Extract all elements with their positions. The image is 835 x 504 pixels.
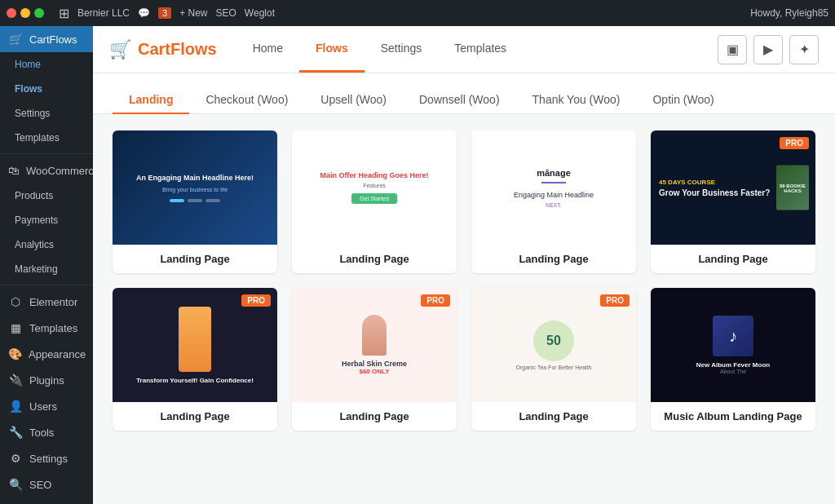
divider-1 bbox=[0, 153, 93, 154]
seo-label[interactable]: SEO bbox=[216, 7, 236, 19]
woo-icon: 🛍 bbox=[8, 164, 20, 177]
sidebar-item-tools[interactable]: 🔧 Tools bbox=[0, 419, 93, 445]
flows-label: Flows bbox=[15, 83, 42, 95]
site-name[interactable]: Bernier LLC bbox=[77, 7, 130, 19]
minimize-btn[interactable] bbox=[20, 8, 30, 18]
logo-icon: 🛒 bbox=[109, 39, 131, 60]
plugins-icon: 🔌 bbox=[8, 374, 23, 387]
comments-icon[interactable]: 💬 bbox=[138, 7, 150, 19]
nav-settings[interactable]: Settings bbox=[364, 26, 439, 73]
nav-templates[interactable]: Templates bbox=[438, 26, 523, 73]
wp-icon[interactable]: ⊞ bbox=[59, 6, 69, 21]
nav-flows[interactable]: Flows bbox=[299, 26, 364, 73]
sidebar-cartflows-label: CartFlows bbox=[29, 33, 77, 46]
template-card-8[interactable]: ♪ New Album Fever Moon About The Music A… bbox=[651, 288, 815, 431]
plugins-label: Plugins bbox=[29, 374, 64, 387]
plugin-nav: Home Flows Settings Templates bbox=[236, 26, 718, 73]
maximize-btn[interactable] bbox=[34, 8, 44, 18]
template-label-3: Landing Page bbox=[471, 245, 636, 273]
template-card-1[interactable]: An Engaging Main Headline Here! Bring yo… bbox=[113, 130, 277, 273]
template-label-4: Landing Page bbox=[651, 245, 815, 273]
header-icon-3[interactable]: ✦ bbox=[789, 35, 819, 64]
template-label-2: Landing Page bbox=[292, 245, 457, 273]
tab-thankyou[interactable]: Thank You (Woo) bbox=[516, 86, 637, 114]
sidebar-item-plugins[interactable]: 🔌 Plugins bbox=[0, 367, 93, 393]
template-card-7[interactable]: PRO 50 Organic Tea For Better Health Lan… bbox=[471, 288, 636, 431]
sidebar-item-settings2[interactable]: ⚙ Settings bbox=[0, 445, 93, 471]
template-grid-container: An Engaging Main Headline Here! Bring yo… bbox=[93, 114, 835, 504]
pro-badge-5: PRO bbox=[241, 294, 271, 307]
pro-badge-6: PRO bbox=[421, 294, 450, 307]
template-card-6[interactable]: PRO Herbal Skin Creme $60 ONLY Landing P… bbox=[292, 288, 457, 431]
seo-icon: 🔍 bbox=[8, 478, 23, 491]
header-icon-2[interactable]: ▶ bbox=[753, 35, 783, 64]
template-card-5[interactable]: PRO Transform Yourself! Gain Confidence!… bbox=[113, 288, 277, 431]
sidebar-item-elementor[interactable]: ⬡ Elementor bbox=[0, 289, 93, 315]
products-label: Products bbox=[15, 190, 53, 201]
tab-upsell[interactable]: Upsell (Woo) bbox=[304, 86, 403, 114]
template-label-6: Landing Page bbox=[292, 402, 457, 431]
template-preview-2: Main Offer Heading Goes Here! Features G… bbox=[292, 130, 457, 245]
tab-landing[interactable]: Landing bbox=[113, 86, 189, 114]
template-label-8: Music Album Landing Page bbox=[651, 402, 815, 431]
close-btn[interactable] bbox=[7, 8, 16, 18]
logo-text: CartFlows bbox=[138, 40, 217, 59]
tab-optin[interactable]: Optin (Woo) bbox=[636, 86, 730, 114]
analytics-label: Analytics bbox=[15, 239, 54, 250]
template-label-1: Landing Page bbox=[113, 245, 277, 273]
sidebar-item-analytics[interactable]: Analytics bbox=[0, 232, 93, 257]
template-card-4[interactable]: PRO 45 DAYS COURSE Grow Your Business Fa… bbox=[651, 130, 815, 273]
app-wrapper: 🛒 CartFlows Home Flows Settings Template… bbox=[0, 26, 835, 504]
sidebar-item-home[interactable]: Home bbox=[0, 52, 93, 77]
pro-badge-7: PRO bbox=[600, 294, 630, 307]
admin-bar: ⊞ Bernier LLC 💬 3 + New SEO Weglot Howdy… bbox=[0, 0, 835, 26]
template-preview-8: ♪ New Album Fever Moon About The bbox=[651, 288, 815, 402]
templates2-label: Templates bbox=[29, 322, 77, 334]
user-greeting: Howdy, Ryleigh85 bbox=[750, 7, 828, 19]
new-button[interactable]: + New bbox=[179, 7, 207, 19]
payments-label: Payments bbox=[15, 214, 58, 226]
window-controls bbox=[7, 8, 44, 18]
sidebar-item-users[interactable]: 👤 Users bbox=[0, 393, 93, 419]
woo-label: WooCommerce bbox=[26, 165, 93, 177]
template-card-3[interactable]: mānage Engaging Main Headline NEXT. Land… bbox=[471, 130, 636, 273]
comments-badge[interactable]: 3 bbox=[158, 7, 171, 19]
users-label: Users bbox=[29, 400, 57, 413]
appearance-icon: 🎨 bbox=[8, 347, 22, 360]
sidebar-item-cartflows[interactable]: 🛒 CartFlows bbox=[0, 26, 93, 52]
template-label-5: Landing Page bbox=[113, 402, 277, 431]
marketing-label: Marketing bbox=[15, 263, 58, 275]
nav-home[interactable]: Home bbox=[236, 26, 299, 73]
weglot-label[interactable]: Weglot bbox=[245, 7, 275, 19]
sidebar-item-flows[interactable]: Flows bbox=[0, 77, 93, 101]
template-card-2[interactable]: Main Offer Heading Goes Here! Features G… bbox=[292, 130, 457, 273]
template-grid: An Engaging Main Headline Here! Bring yo… bbox=[113, 130, 815, 431]
sidebar-item-seo[interactable]: 🔍 SEO bbox=[0, 471, 93, 497]
sidebar-item-payments[interactable]: Payments bbox=[0, 208, 93, 232]
sidebar-item-settings[interactable]: Settings bbox=[0, 101, 93, 126]
template-label-7: Landing Page bbox=[471, 402, 636, 431]
cartflows-icon: 🛒 bbox=[8, 33, 23, 46]
template-preview-3: mānage Engaging Main Headline NEXT. bbox=[471, 130, 636, 245]
sidebar-item-appearance[interactable]: 🎨 Appearance bbox=[0, 341, 93, 367]
sidebar-item-weglot[interactable]: 🌐 Weglot bbox=[0, 497, 93, 504]
template-preview-1: An Engaging Main Headline Here! Bring yo… bbox=[113, 130, 277, 245]
sidebar-item-templates2[interactable]: ▦ Templates bbox=[0, 315, 93, 341]
sidebar-item-products[interactable]: Products bbox=[0, 183, 93, 208]
tools-label: Tools bbox=[29, 427, 54, 439]
settings2-label: Settings bbox=[29, 453, 68, 465]
plugin-header: 🛒 CartFlows Home Flows Settings Template… bbox=[93, 26, 835, 73]
templates-label: Templates bbox=[15, 132, 60, 144]
header-icon-1[interactable]: ▣ bbox=[718, 35, 747, 64]
sidebar-item-templates[interactable]: Templates bbox=[0, 126, 93, 150]
tools-icon: 🔧 bbox=[8, 426, 23, 439]
pro-badge-4: PRO bbox=[780, 137, 809, 149]
sidebar-item-marketing[interactable]: Marketing bbox=[0, 257, 93, 281]
tab-downsell[interactable]: Downsell (Woo) bbox=[403, 86, 516, 114]
seo-sidebar-label: SEO bbox=[29, 479, 51, 491]
divider-2 bbox=[0, 285, 93, 285]
sidebar: 🛒 CartFlows Home Flows Settings Template… bbox=[0, 26, 93, 504]
settings2-icon: ⚙ bbox=[8, 452, 23, 465]
tab-checkout[interactable]: Checkout (Woo) bbox=[189, 86, 304, 114]
sidebar-item-woocommerce[interactable]: 🛍 WooCommerce bbox=[0, 157, 93, 183]
